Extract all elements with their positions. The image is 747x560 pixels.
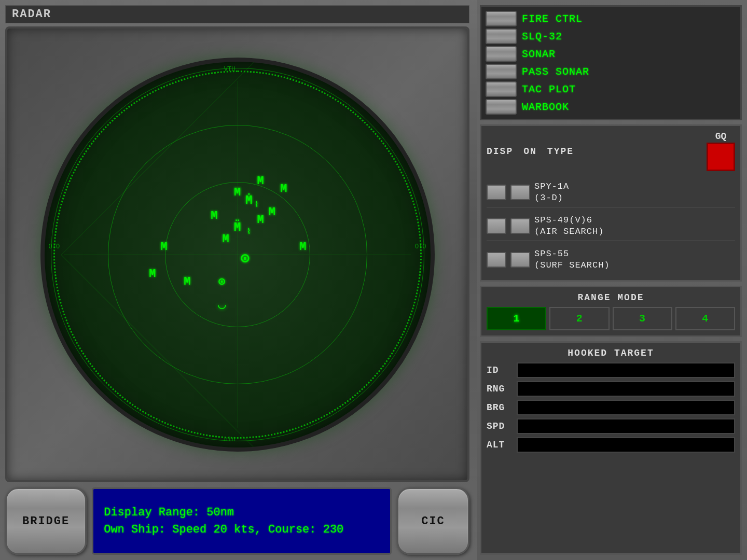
target-8: M̈ [234,220,241,234]
radar-display: VTU nin OTO OTO M M M M M Ṁ M M̈ M [40,58,435,452]
sensor-row-sps55: SPS-55(SURF SEARCH) [487,245,735,274]
display-range-text: Display Range: 50nm [104,506,380,519]
target-5: M [269,205,275,218]
left-panel: RADAR VTU nin OTO OTO [0,0,477,560]
target-2: M [234,186,241,199]
hooked-row-brg: BRG [487,400,735,415]
radar-title-bar: RADAR [5,5,469,23]
sensor-name-sps49: SPS-49(V)6(AIR SEARCH) [534,215,604,237]
target-left-1: M [161,240,168,253]
menu-key-tac-plot[interactable] [486,81,517,97]
hooked-value-brg [517,400,735,415]
target-right-1: M [299,240,306,253]
hooked-row-rng: RNG [487,381,735,397]
target-4: M [280,183,287,195]
target-6: Ṁ [245,193,252,207]
menu-item-warbook: WARBOOK [486,99,736,115]
hooked-value-spd [517,418,735,434]
disp-label: DISP [487,146,513,157]
bridge-button[interactable]: BRIDGE [5,487,87,555]
hooked-label-alt: ALT [487,440,513,450]
on-label: ON [523,146,537,157]
menu-label-fire-ctrl: FIRE CTRL [522,13,583,25]
own-ship-text: Own Ship: Speed 20 kts, Course: 230 [104,523,380,536]
menu-panel: FIRE CTRL SLQ-32 SONAR PASS SONAR TAC PL… [480,5,742,120]
menu-key-pass-sonar[interactable] [486,64,517,79]
sensor-name-sps55: SPS-55(SURF SEARCH) [534,248,610,271]
target-3: M [257,175,264,188]
menu-key-warbook[interactable] [486,99,517,115]
control-header: DISP ON TYPE GQ [487,131,735,174]
sensor-row-spy1a: SPY-1A(3-D) [487,178,735,207]
gq-header-label: GQ [715,131,727,142]
menu-item-fire-ctrl: FIRE CTRL [486,11,736,26]
hooked-value-rng [517,381,735,397]
radar-frame: VTU nin OTO OTO M M M M M Ṁ M M̈ M [5,26,469,482]
right-panel: FIRE CTRL SLQ-32 SONAR PASS SONAR TAC PL… [477,0,747,560]
hooked-value-id [517,362,735,378]
own-ship-symbol: ◡ [218,296,226,313]
radar-control-panel: DISP ON TYPE GQ SPY-1A(3-D) SPS-49(V)6(A… [480,124,742,282]
target-circle-2: ⊙ [218,274,225,288]
menu-item-pass-sonar: PASS SONAR [486,64,736,79]
menu-label-warbook: WARBOOK [522,101,569,113]
cic-button[interactable]: CIC [397,487,469,555]
menu-item-tac-plot: TAC PLOT [486,81,736,97]
sensor-name-spy1a: SPY-1A(3-D) [534,181,569,204]
target-1: M [211,209,217,222]
range-btn-2[interactable]: 2 [549,307,609,330]
sensor-row-sps49: SPS-49(V)6(AIR SEARCH) [487,212,735,241]
target-7: M [257,213,264,226]
menu-item-sonar: SONAR [486,46,736,62]
hooked-label-id: ID [487,365,513,375]
menu-item-slq32: SLQ-32 [486,29,736,44]
main-container: RADAR VTU nin OTO OTO [0,0,747,560]
info-display: Display Range: 50nm Own Ship: Speed 20 k… [92,487,392,555]
disp-checkbox-spy1a[interactable] [487,185,506,200]
disp-checkbox-sps49[interactable] [487,218,506,234]
menu-key-sonar[interactable] [486,46,517,62]
on-checkbox-sps55[interactable] [510,252,530,268]
gq-button[interactable] [707,143,735,171]
hooked-label-brg: BRG [487,402,513,413]
header-labels: DISP ON TYPE [487,146,574,157]
menu-label-pass-sonar: PASS SONAR [522,66,589,78]
on-checkbox-sps49[interactable] [510,218,530,234]
menu-label-tac-plot: TAC PLOT [522,83,576,95]
target-9: M [223,232,229,245]
radar-targets-container: M M M M M Ṁ M M̈ M M M M M ⊙ [45,62,431,447]
range-buttons: 1 2 3 4 [487,307,735,330]
hooked-label-rng: RNG [487,384,513,394]
menu-label-sonar: SONAR [522,48,556,60]
range-btn-1[interactable]: 1 [487,307,546,330]
type-label: TYPE [547,146,574,157]
hooked-label-spd: SPD [487,421,513,431]
on-checkbox-spy1a[interactable] [510,185,530,200]
hooked-row-id: ID [487,362,735,378]
range-mode-title: RANGE MODE [487,292,735,303]
target-detail-1: ⌇ [247,227,251,235]
disp-checkbox-sps55[interactable] [487,252,506,268]
radar-title: RADAR [12,8,51,21]
range-section: RANGE MODE 1 2 3 4 [480,286,742,337]
range-btn-4[interactable]: 4 [675,307,735,330]
menu-key-slq32[interactable] [486,29,517,44]
target-left-3: M [184,275,190,288]
target-detail-2: ⌇ [255,200,258,208]
hooked-row-spd: SPD [487,418,735,434]
gq-area: GQ [707,131,735,171]
hooked-target-section: HOOKED TARGET ID RNG BRG SPD ALT [480,341,742,555]
menu-key-fire-ctrl[interactable] [486,11,517,26]
hooked-target-title: HOOKED TARGET [487,348,735,358]
hooked-row-alt: ALT [487,437,735,453]
menu-label-slq32: SLQ-32 [522,31,562,43]
hooked-value-alt [517,437,735,453]
target-left-2: M [149,267,156,280]
target-circle-1: ⊙ [241,249,250,267]
bottom-bar: BRIDGE Display Range: 50nm Own Ship: Spe… [5,487,469,555]
range-btn-3[interactable]: 3 [613,307,672,330]
